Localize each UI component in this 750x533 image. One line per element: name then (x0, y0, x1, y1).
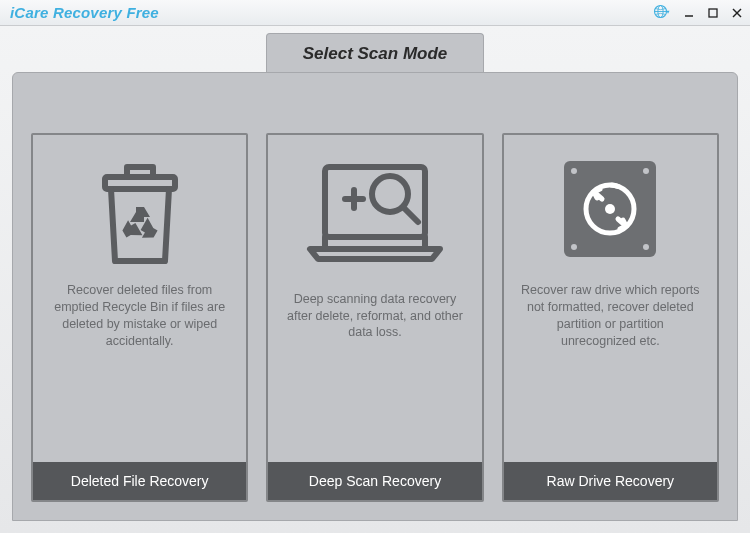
tab-select-scan-mode[interactable]: Select Scan Mode (266, 33, 485, 72)
recycle-bin-icon (85, 149, 195, 269)
app-title: iCare Recovery Free (10, 4, 159, 21)
card-icon-area (504, 135, 717, 275)
globe-icon (653, 4, 671, 22)
minimize-button[interactable] (682, 6, 696, 20)
svg-point-17 (571, 168, 577, 174)
raw-drive-icon (550, 149, 670, 269)
svg-point-19 (571, 244, 577, 250)
card-icon-area (33, 135, 246, 275)
card-raw-drive-recovery[interactable]: Recover raw drive which reports not form… (502, 133, 719, 502)
svg-rect-4 (709, 9, 717, 17)
title-controls (652, 3, 744, 23)
card-button-raw-drive-recovery[interactable]: Raw Drive Recovery (504, 462, 717, 500)
card-button-deleted-file-recovery[interactable]: Deleted File Recovery (33, 462, 246, 500)
tab-row: Select Scan Mode (12, 26, 738, 72)
card-description: Recover deleted files from emptied Recyc… (33, 275, 246, 357)
laptop-scan-icon (300, 149, 450, 269)
svg-rect-7 (105, 177, 175, 189)
main-panel: Recover deleted files from emptied Recyc… (12, 72, 738, 521)
card-deleted-file-recovery[interactable]: Recover deleted files from emptied Recyc… (31, 133, 248, 502)
titlebar: iCare Recovery Free (0, 0, 750, 26)
card-deep-scan-recovery[interactable]: Deep scanning data recovery after delete… (266, 133, 483, 502)
card-description: Recover raw drive which reports not form… (504, 275, 717, 357)
card-icon-area (268, 135, 481, 275)
card-button-deep-scan-recovery[interactable]: Deep Scan Recovery (268, 462, 481, 500)
svg-point-22 (605, 204, 615, 214)
svg-point-18 (643, 168, 649, 174)
svg-point-20 (643, 244, 649, 250)
outer-area: Select Scan Mode (0, 26, 750, 533)
svg-line-15 (403, 207, 418, 222)
card-description: Deep scanning data recovery after delete… (268, 275, 481, 357)
language-button[interactable] (652, 3, 672, 23)
close-button[interactable] (730, 6, 744, 20)
maximize-button[interactable] (706, 6, 720, 20)
